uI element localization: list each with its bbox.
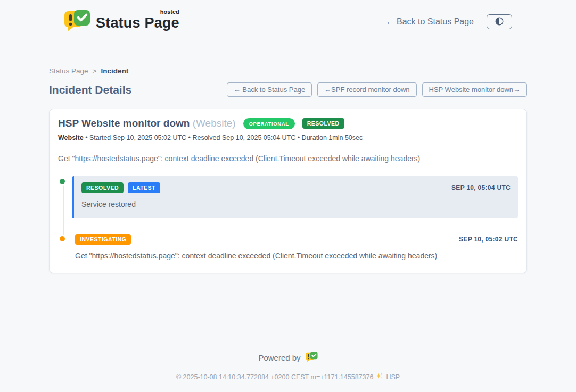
contrast-icon [495, 16, 504, 28]
footer: Powered by © 2025-10-08 14:10:34.772084 … [0, 352, 576, 381]
next-incident-button[interactable]: HSP Website monitor down→ [422, 82, 527, 97]
powered-by-label: Powered by [258, 353, 300, 362]
timeline-entry-plain: INVESTIGATING SEP 10, 05:02 UTC Get "htt… [72, 234, 518, 260]
timeline-dot-orange [58, 235, 67, 243]
investigating-badge: INVESTIGATING [75, 234, 131, 245]
powered-by: Powered by [0, 352, 576, 364]
timeline-entry-resolved: RESOLVED LATEST SEP 10, 05:04 UTC Servic… [58, 177, 518, 218]
timeline-dot-green [58, 177, 67, 186]
back-to-status-page-button[interactable]: ← Back to Status Page [227, 82, 312, 97]
page-title: Incident Details [49, 84, 131, 96]
title-row: Incident Details ← Back to Status Page ←… [49, 82, 527, 97]
theme-toggle-button[interactable] [487, 14, 512, 29]
timeline-entry-investigating: INVESTIGATING SEP 10, 05:02 UTC Get "htt… [58, 234, 518, 260]
latest-badge: LATEST [128, 182, 160, 193]
prev-incident-button[interactable]: ←SPF record monitor down [317, 82, 416, 97]
resolved-badge: RESOLVED [81, 182, 124, 193]
timeline-badge-row: RESOLVED LATEST SEP 10, 05:04 UTC [81, 182, 511, 193]
brand-superscript: hosted [160, 9, 179, 15]
breadcrumb-separator: > [93, 67, 97, 75]
incident-title-row: HSP Website monitor down (Website) OPERA… [58, 118, 518, 129]
operational-badge: OPERATIONAL [243, 118, 295, 129]
copyright-text: © 2025-10-08 14:10:34.772084 +0200 CEST … [176, 373, 374, 381]
status-page-logo-icon[interactable] [306, 352, 318, 364]
brand-logo[interactable]: Status Page hosted [64, 10, 179, 34]
timeline-message: Get "https://hostedstatus.page": context… [75, 252, 518, 260]
incident-card: HSP Website monitor down (Website) OPERA… [49, 109, 527, 273]
incident-meta: Website • Started Sep 10, 2025 05:02 UTC… [58, 134, 518, 141]
incident-description: Get "https://hostedstatus.page": context… [58, 154, 518, 163]
timeline-badge-row: INVESTIGATING SEP 10, 05:02 UTC [75, 234, 518, 245]
header: Status Page hosted ← Back to Status Page [0, 0, 576, 41]
copyright-line: © 2025-10-08 14:10:34.772084 +0200 CEST … [0, 372, 576, 381]
timeline-timestamp: SEP 10, 05:04 UTC [451, 184, 511, 191]
incident-nav-buttons: ← Back to Status Page ←SPF record monito… [227, 82, 527, 97]
breadcrumb-incident: Incident [101, 67, 128, 75]
breadcrumb-status-page[interactable]: Status Page [49, 67, 88, 75]
brand-name: Status Page [96, 15, 179, 31]
header-right: ← Back to Status Page [386, 14, 512, 29]
incident-meta-times: • Started Sep 10, 2025 05:02 UTC • Resol… [84, 134, 363, 141]
timeline-timestamp: SEP 10, 05:02 UTC [459, 236, 518, 243]
brand-text-wrap: Status Page hosted [96, 10, 179, 31]
incident-component: (Website) [193, 118, 236, 129]
incident-title-text: HSP Website monitor down [58, 118, 190, 129]
resolved-status-badge: RESOLVED [302, 118, 344, 129]
timeline-message: Service restored [81, 200, 511, 208]
sparkles-icon [376, 372, 383, 381]
copyright-brand: HSP [386, 373, 400, 381]
timeline-entry-latest-box: RESOLVED LATEST SEP 10, 05:04 UTC Servic… [72, 176, 518, 218]
incident-title: HSP Website monitor down (Website) [58, 118, 236, 129]
main-content: Status Page > Incident Incident Details … [49, 67, 527, 273]
incident-meta-component: Website [58, 134, 84, 141]
breadcrumb: Status Page > Incident [49, 67, 527, 75]
back-to-status-page-link[interactable]: ← Back to Status Page [386, 17, 474, 27]
incident-timeline: RESOLVED LATEST SEP 10, 05:04 UTC Servic… [58, 177, 518, 260]
status-page-logo-icon [64, 10, 90, 34]
